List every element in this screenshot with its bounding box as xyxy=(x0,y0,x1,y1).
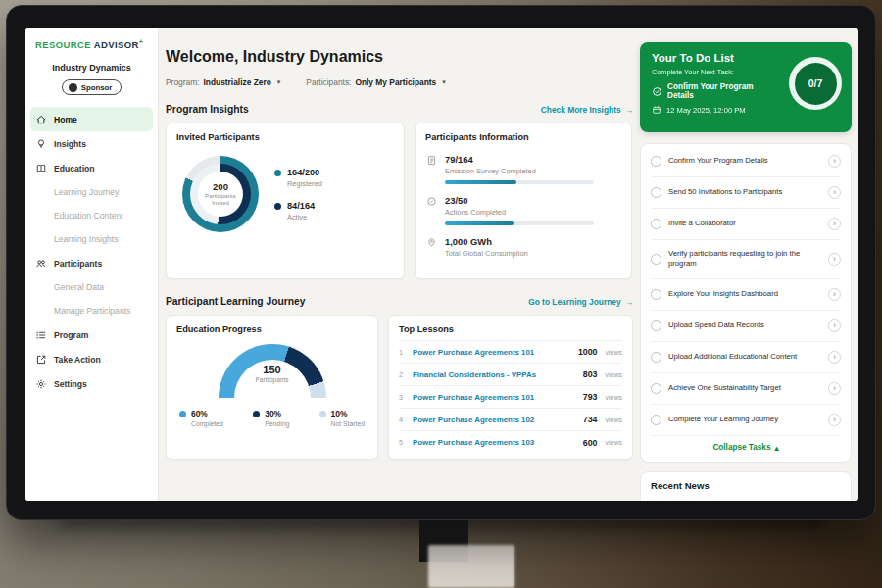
legend-dot-not-started xyxy=(319,411,326,417)
program-filter-value: Industrialize Zero xyxy=(203,77,270,87)
chevron-right-icon[interactable]: › xyxy=(828,382,841,395)
task-checkbox[interactable] xyxy=(651,219,662,229)
sidebar-item-settings[interactable]: Settings xyxy=(25,371,158,396)
lesson-rank: 1 xyxy=(399,348,406,357)
chevron-right-icon[interactable]: › xyxy=(828,414,841,426)
sidebar-item-label: Education Content xyxy=(54,211,123,220)
task-checkbox[interactable] xyxy=(651,320,662,331)
todo-due-date-label: 12 May 2025, 12:00 PM xyxy=(666,106,746,115)
task-checkbox[interactable] xyxy=(651,156,662,167)
learning-cards-row: Education Progress 150 Participants 60% xyxy=(166,315,633,460)
desk-object xyxy=(428,545,514,588)
lesson-link[interactable]: Power Purchase Agreements 101 xyxy=(413,348,571,357)
stat-value: 1,000 GWh xyxy=(445,236,528,247)
chevron-right-icon[interactable]: › xyxy=(828,319,841,332)
task-checkbox[interactable] xyxy=(651,383,662,394)
section-title-program-insights: Program Insights xyxy=(166,104,249,115)
legend-dot-pending xyxy=(253,411,260,417)
task-checkbox[interactable] xyxy=(651,352,662,363)
sidebar-item-take-action[interactable]: Take Action xyxy=(25,347,158,371)
lesson-row[interactable]: 1 Power Purchase Agreements 101 1000 vie… xyxy=(399,341,622,364)
participants-filter[interactable]: Participants: Only My Participants ▾ xyxy=(306,77,445,87)
chevron-right-icon[interactable]: › xyxy=(828,155,841,168)
lesson-link[interactable]: Power Purchase Agreements 101 xyxy=(413,393,576,402)
participants-filter-label: Participants: xyxy=(306,77,351,87)
stat-value: 23/50 xyxy=(445,195,594,206)
chevron-right-icon[interactable]: › xyxy=(828,218,841,230)
card-title: Education Progress xyxy=(176,324,368,334)
legend-value: 10% xyxy=(331,409,365,418)
task-checkbox[interactable] xyxy=(651,289,662,300)
lesson-views-suffix: views xyxy=(605,439,622,446)
chevron-right-icon[interactable]: › xyxy=(828,253,841,266)
sidebar-item-manage-participants[interactable]: Manage Participants xyxy=(25,299,158,322)
todo-next-task-label: Confirm Your Program Details xyxy=(667,82,781,100)
learning-journey-header: Participant Learning Journey Go to Learn… xyxy=(166,296,633,307)
task-checkbox[interactable] xyxy=(651,254,662,265)
stat-label: Actions Completed xyxy=(445,208,594,217)
invited-legend: 164/200 Registered 84/164 Active xyxy=(274,168,322,221)
sidebar-item-education[interactable]: Education xyxy=(25,156,158,180)
sidebar-item-home[interactable]: Home xyxy=(30,107,153,131)
sidebar-item-participants[interactable]: Participants xyxy=(25,251,158,275)
chevron-right-icon[interactable]: › xyxy=(828,288,841,301)
go-to-learning-journey-link[interactable]: Go to Learning Journey → xyxy=(528,297,633,307)
legend-label: Active xyxy=(287,213,315,221)
lesson-row[interactable]: 3 Power Purchase Agreements 101 793 view… xyxy=(399,386,622,409)
legend-label: Not Started xyxy=(331,420,365,427)
task-row[interactable]: Upload Spend Data Records › xyxy=(651,311,841,342)
chevron-right-icon[interactable]: › xyxy=(828,351,841,364)
legend-label: Registered xyxy=(287,179,322,188)
task-row[interactable]: Upload Additional Educational Content › xyxy=(651,342,841,373)
sidebar-item-label: Insights xyxy=(54,139,86,149)
lesson-rank: 5 xyxy=(399,438,406,447)
invited-donut-inner-ring: 200 Participants Invited xyxy=(190,164,251,224)
legend-active: 84/164 Active xyxy=(274,201,322,221)
people-icon xyxy=(35,258,47,270)
task-row[interactable]: Complete Your Learning Journey › xyxy=(651,405,841,436)
progress-bar-fill xyxy=(445,180,516,184)
task-label: Send 50 Invitations to Participants xyxy=(668,187,821,197)
sidebar-item-program[interactable]: Program xyxy=(25,322,158,347)
arrow-right-icon: → xyxy=(625,105,633,115)
sponsor-badge[interactable]: Sponsor xyxy=(62,79,122,95)
card-title: Participants Information xyxy=(425,132,621,142)
lesson-link[interactable]: Power Purchase Agreements 103 xyxy=(413,438,576,447)
task-label: Explore Your Insights Dashboard xyxy=(668,289,821,299)
stat-actions-completed: 23/50 Actions Completed xyxy=(425,195,621,225)
task-row[interactable]: Send 50 Invitations to Participants › xyxy=(651,177,841,209)
task-row[interactable]: Confirm Your Program Details › xyxy=(651,146,841,177)
sidebar-item-general-data[interactable]: General Data xyxy=(25,275,158,299)
task-row[interactable]: Invite a Collaborator › xyxy=(651,209,841,240)
collapse-tasks-button[interactable]: Collapse Tasks ▴ xyxy=(651,436,841,458)
lesson-link[interactable]: Power Purchase Agreements 102 xyxy=(413,416,576,424)
lesson-rank: 3 xyxy=(399,393,406,402)
program-insights-header: Program Insights Check More Insights → xyxy=(166,104,633,115)
task-checkbox[interactable] xyxy=(651,415,662,425)
donut-center-label: Participants Invited xyxy=(200,193,241,208)
survey-icon xyxy=(425,154,437,184)
education-gauge-chart: 150 Participants xyxy=(219,344,326,398)
chevron-right-icon[interactable]: › xyxy=(828,186,841,199)
sidebar-item-learning-journey[interactable]: Learning Journey xyxy=(25,180,158,204)
sidebar-item-insights[interactable]: Insights xyxy=(25,131,158,156)
task-row[interactable]: Achieve One Sustainability Target › xyxy=(651,373,841,405)
task-label: Complete Your Learning Journey xyxy=(668,415,821,424)
sidebar-item-label: Education xyxy=(54,164,95,173)
lesson-link[interactable]: Financial Considerations - VPPAs xyxy=(413,370,576,379)
sidebar-item-education-content[interactable]: Education Content xyxy=(25,204,158,227)
sidebar-item-learning-insights[interactable]: Learning Insights xyxy=(25,227,158,251)
education-progress-card: Education Progress 150 Participants 60% xyxy=(166,315,378,460)
gauge-center-value: 150 xyxy=(219,364,326,375)
sidebar-item-label: Participants xyxy=(54,259,102,269)
lesson-row[interactable]: 2 Financial Considerations - VPPAs 803 v… xyxy=(399,364,622,386)
chevron-down-icon: ▾ xyxy=(442,78,446,86)
check-more-insights-link[interactable]: Check More Insights → xyxy=(541,105,633,115)
task-row[interactable]: Verify participants requesting to join t… xyxy=(651,240,841,279)
program-filter-label: Program: xyxy=(166,77,199,87)
program-filter[interactable]: Program: Industrialize Zero ▾ xyxy=(166,77,280,87)
lesson-row[interactable]: 5 Power Purchase Agreements 103 600 view… xyxy=(399,431,622,454)
task-checkbox[interactable] xyxy=(651,187,662,198)
task-row[interactable]: Explore Your Insights Dashboard › xyxy=(651,279,841,311)
lesson-row[interactable]: 4 Power Purchase Agreements 102 734 view… xyxy=(399,409,622,431)
